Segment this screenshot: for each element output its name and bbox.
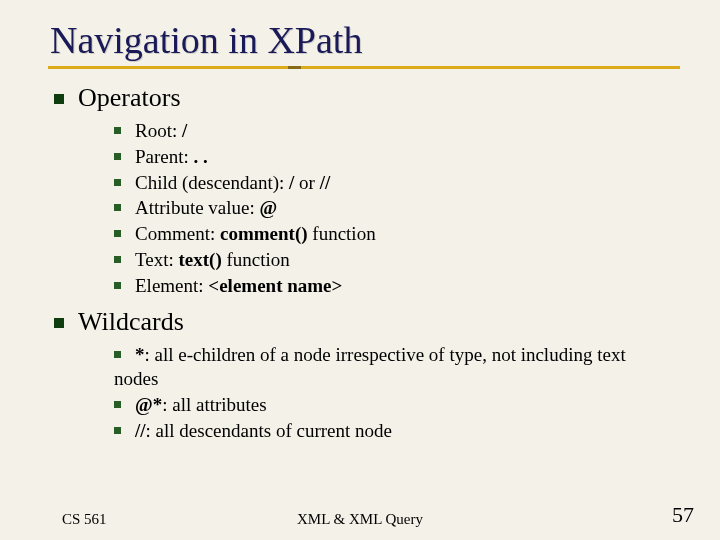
section-wildcards: Wildcards: [54, 307, 680, 337]
section-heading: Operators: [78, 83, 181, 112]
operators-list: Root: / Parent: . . Child (descendant): …: [114, 119, 680, 297]
bullet-icon: [114, 401, 121, 408]
title-underline: [48, 66, 680, 69]
bullet-icon: [114, 427, 121, 434]
bullet-icon: [114, 153, 121, 160]
bullet-icon: [54, 94, 64, 104]
bullet-icon: [114, 179, 121, 186]
footer-center: XML & XML Query: [0, 511, 720, 528]
list-item: Element: <element name>: [114, 274, 680, 298]
bullet-icon: [114, 351, 121, 358]
list-item: Text: text() function: [114, 248, 680, 272]
list-item: Parent: . .: [114, 145, 680, 169]
bullet-icon: [114, 204, 121, 211]
slide-title: Navigation in XPath: [50, 18, 680, 62]
bullet-icon: [114, 230, 121, 237]
slide: Navigation in XPath Operators Root: / Pa…: [0, 0, 720, 540]
list-item: Child (descendant): / or //: [114, 171, 680, 195]
list-item: *: all e-children of a node irrespective…: [114, 343, 680, 391]
list-item: Attribute value: @: [114, 196, 680, 220]
wildcards-list: *: all e-children of a node irrespective…: [114, 343, 680, 442]
bullet-icon: [114, 256, 121, 263]
list-item: Comment: comment() function: [114, 222, 680, 246]
list-item: @*: all attributes: [114, 393, 680, 417]
bullet-icon: [54, 318, 64, 328]
list-item: Root: /: [114, 119, 680, 143]
slide-number: 57: [672, 502, 694, 528]
bullet-icon: [114, 282, 121, 289]
section-heading: Wildcards: [78, 307, 184, 336]
section-operators: Operators: [54, 83, 680, 113]
bullet-icon: [114, 127, 121, 134]
list-item: //: all descendants of current node: [114, 419, 680, 443]
